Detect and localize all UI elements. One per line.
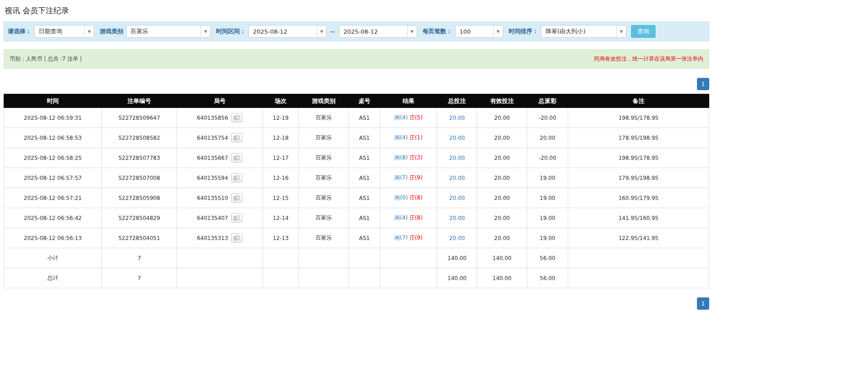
cell-payout: -20.00 [527,108,568,128]
total-bet-link[interactable]: 20.00 [449,175,464,181]
round-detail-icon[interactable] [231,213,242,223]
query-type-value: 日期查询 [35,26,84,37]
chevron-down-icon[interactable]: ▼ [317,26,326,37]
banker-result: 庄(8) [409,194,423,201]
cell-result: 闲(7) 庄(9) [380,228,437,248]
table-row[interactable]: 2025-08-12 06:56:13522728504051640135313… [4,228,709,248]
content: 视讯 会员下注纪录 请选择： 日期查询 ▼ 游戏类别 百家乐 ▼ 时间区间： 2… [4,5,709,310]
chevron-down-icon[interactable]: ▼ [84,26,94,37]
table-row[interactable]: 2025-08-12 06:57:57522728507008640135594… [4,168,709,188]
page-1-button[interactable]: 1 [697,78,709,90]
page-title: 视讯 会员下注纪录 [4,5,709,21]
cell-round: 640135510 [177,188,263,208]
round-detail-icon[interactable] [231,113,242,123]
currency-total-text: 币别：人民币 | 总共 :7 注单 | [10,55,82,63]
column-header: 结果 [380,94,437,108]
cell-bet-id: 522728507008 [102,168,177,188]
cell-payout: 20.00 [527,128,568,148]
round-detail-icon[interactable] [231,173,242,183]
chevron-down-icon[interactable]: ▼ [493,26,503,37]
total-bet-link[interactable]: 20.00 [449,235,464,241]
cards-icon [233,195,240,201]
player-result: 闲(4) [394,134,408,141]
round-number: 640135667 [197,155,228,161]
table-row[interactable]: 2025-08-12 06:59:31522728509647640135856… [4,108,709,128]
game-type-value: 百家乐 [126,26,201,37]
total-bet-link[interactable]: 20.00 [449,135,464,141]
player-result: 闲(7) [394,174,408,181]
summary-empty-cell [177,268,263,288]
cell-result: 闲(4) 庄(5) [380,108,437,128]
cell-remark: 160.95/179.95 [568,188,709,208]
cell-remark: 198.95/178.95 [568,108,709,128]
cell-payout: 19.00 [527,168,568,188]
banker-result: 庄(8) [409,215,423,221]
summary-bar: 币别：人民币 | 总共 :7 注单 | 同局有效投注，统一计算在该局第一张注单内 [4,49,709,69]
column-header: 有效投注 [477,94,527,108]
chevron-down-icon[interactable]: ▼ [616,26,626,37]
pagination-bottom: 1 [4,297,709,310]
cell-bet-id: 522728509647 [102,108,177,128]
cell-table-no: AS1 [349,188,380,208]
round-number: 640135754 [197,135,228,141]
table-row[interactable]: 2025-08-12 06:57:21522728505908640135510… [4,188,709,208]
cell-session: 12-18 [263,128,299,148]
search-button[interactable]: 查询 [631,25,656,38]
game-type-select[interactable]: 百家乐 ▼ [126,25,211,38]
summary-count: 7 [102,248,177,268]
round-detail-icon[interactable] [231,133,242,143]
cell-table-no: AS1 [349,168,380,188]
cell-total-bet: 20.00 [437,148,477,168]
pagination-top: 1 [4,78,709,90]
banker-result: 庄(9) [409,174,423,181]
total-bet-link[interactable]: 20.00 [449,195,464,201]
round-detail-icon[interactable] [231,153,242,163]
page-size-select[interactable]: 100 ▼ [455,25,503,38]
cell-game-type: 百家乐 [299,148,349,168]
cell-table-no: AS1 [349,148,380,168]
cell-round: 640135856 [177,108,263,128]
banker-result: 庄(9) [409,235,423,241]
cell-round: 640135313 [177,228,263,248]
page-1-button[interactable]: 1 [697,297,709,310]
summary-empty-cell [263,248,299,268]
time-sort-select[interactable]: 降幂(由大到小) ▼ [541,25,626,38]
cell-result: 闲(8) 庄(3) [380,148,437,168]
total-bet-link[interactable]: 20.00 [449,115,464,121]
round-detail-icon[interactable] [231,233,242,243]
cell-valid-bet: 20.00 [477,108,527,128]
date-to-input[interactable]: 2025-08-12 ▼ [339,25,417,38]
summary-total-bet: 140.00 [437,248,477,268]
page-size-value: 100 [455,26,493,37]
cell-session: 12-14 [263,208,299,228]
query-type-select[interactable]: 日期查询 ▼ [34,25,94,38]
summary-payout: 56.00 [527,268,568,288]
table-row[interactable]: 2025-08-12 06:58:53522728508582640135754… [4,128,709,148]
total-bet-link[interactable]: 20.00 [449,155,464,161]
cell-session: 12-19 [263,108,299,128]
cell-total-bet: 20.00 [437,188,477,208]
page-size-label: 每页笔数： [423,27,452,36]
cell-valid-bet: 20.00 [477,208,527,228]
cell-session: 12-17 [263,148,299,168]
cell-game-type: 百家乐 [299,228,349,248]
chevron-down-icon[interactable]: ▼ [407,26,417,37]
table-row[interactable]: 2025-08-12 06:58:25522728507783640135667… [4,148,709,168]
chevron-down-icon[interactable]: ▼ [201,26,210,37]
round-number: 640135313 [197,235,228,241]
cell-total-bet: 20.00 [437,168,477,188]
cell-valid-bet: 20.00 [477,148,527,168]
cell-payout: -20.00 [527,148,568,168]
total-bet-link[interactable]: 20.00 [449,215,464,221]
summary-count: 7 [102,268,177,288]
round-detail-icon[interactable] [231,193,242,203]
cell-game-type: 百家乐 [299,188,349,208]
banker-result: 庄(3) [409,154,423,161]
total-row: 总计7140.00140.0056.00 [4,268,709,288]
date-from-input[interactable]: 2025-08-12 ▼ [248,25,327,38]
date-range-tilde: ~ [329,28,336,35]
cell-remark: 122.95/141.95 [568,228,709,248]
table-row[interactable]: 2025-08-12 06:56:42522728504829640135407… [4,208,709,228]
summary-empty-cell [299,268,349,288]
cell-total-bet: 20.00 [437,108,477,128]
